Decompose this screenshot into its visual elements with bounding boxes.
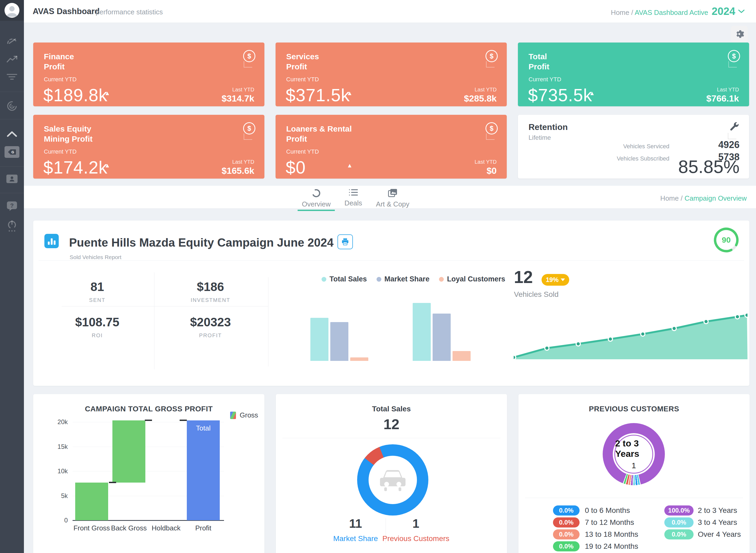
badge-label: Over 4 Years: [698, 530, 741, 539]
sidebar-item-filter[interactable]: [0, 73, 24, 81]
overview-icon: [312, 188, 321, 199]
market-share-stat: 11 Market Share: [333, 516, 378, 543]
sidebar-item-dashboard[interactable]: [0, 35, 24, 46]
sidebar-item-logout[interactable]: [0, 220, 24, 232]
filter-icon: [7, 73, 17, 81]
sidebar-item-campaigns[interactable]: [0, 128, 24, 138]
kpi-period: Current YTD: [286, 76, 319, 83]
print-button[interactable]: [337, 234, 353, 249]
stat-roi: $108.75ROI: [75, 315, 119, 338]
trend-icon: [6, 55, 18, 64]
help-icon: ?: [6, 201, 17, 212]
kpi-value: $735.5k: [528, 85, 592, 105]
kpi-card: ServicesProfit Current YTD $371.5k ▲ Las…: [275, 43, 507, 106]
stat-value: $20323: [190, 315, 231, 329]
kpi-period: Current YTD: [44, 76, 77, 83]
badge-percent: 0.0%: [664, 529, 693, 540]
vehicles-sold-value: 12: [514, 267, 533, 287]
trend-up-icon: ▲: [347, 162, 353, 169]
trend-up-icon: ▲: [347, 90, 353, 97]
bar-chart-icon: [45, 234, 59, 248]
legend-dot-icon: [439, 277, 444, 282]
corner-bracket: [486, 61, 495, 68]
id-card-icon: [6, 174, 18, 184]
kpi-value: $189.8k: [43, 85, 108, 105]
breadcrumb: Home / AVAS Dashboard Active: [611, 8, 708, 17]
divider: [268, 277, 268, 367]
area-chart: [514, 314, 748, 362]
divider: [282, 438, 500, 438]
kpi-last-ytd: Last YTD$285.8k: [464, 87, 497, 104]
retention-row-label: Vehicles Subscribed: [617, 155, 669, 162]
badge-label: 2 to 3 Years: [698, 506, 737, 515]
y-axis-label: 5k: [44, 492, 68, 499]
badge-row: 100.0%2 to 3 Years: [664, 505, 756, 516]
total-sales-donut: [357, 444, 428, 516]
x-axis-label: Profit: [195, 524, 212, 532]
dollar-circle-icon: $: [486, 122, 498, 135]
bar-market-share: [330, 322, 348, 361]
avatar[interactable]: [4, 3, 19, 18]
badge-percent: 100.0%: [664, 505, 693, 516]
settings-button[interactable]: [731, 26, 748, 42]
badge-label: 13 to 18 Months: [585, 530, 638, 539]
vehicles-sold-change-badge[interactable]: 19%: [541, 274, 569, 286]
sidebar-item-performance[interactable]: [0, 55, 24, 64]
retention-title: Retention: [528, 122, 568, 132]
tab-art-copy[interactable]: Art & Copy: [372, 186, 414, 211]
art-copy-icon: [388, 188, 398, 199]
waterfall-bar-profit: [187, 420, 220, 520]
legend-item: Market Share: [376, 275, 430, 283]
legend-dot-icon: [322, 277, 326, 282]
chart-legend: Gross: [230, 411, 258, 419]
dollar-circle-icon: $: [486, 50, 498, 62]
kpi-last-ytd: Last YTD$314.7k: [222, 87, 254, 104]
corner-bracket: [244, 134, 252, 140]
badge-row: 0.0%3 to 4 Years: [664, 518, 756, 528]
chart-legend: Total SalesMarket ShareLoyal Customers: [322, 275, 505, 283]
x-axis-label: Holdback: [152, 524, 180, 532]
y-axis-label: 10k: [44, 467, 68, 475]
badge-percent: 0.0%: [553, 541, 580, 551]
sidebar-item-targets[interactable]: [0, 100, 24, 111]
stat-label: ROI: [75, 332, 119, 338]
power-icon: [6, 220, 17, 232]
y-axis-label: 15k: [44, 443, 68, 451]
score-ring: 90: [712, 226, 740, 254]
badge-label: 7 to 12 Months: [585, 518, 634, 527]
sidebar-item-google-tag[interactable]: G: [0, 146, 24, 158]
legend-dot-icon: [376, 277, 381, 282]
badge-percent: 0.0%: [553, 529, 580, 540]
stat-profit: $20323PROFIT: [190, 315, 231, 338]
year-dropdown[interactable]: 2024: [711, 5, 745, 17]
breadcrumb-current[interactable]: Campaign Overview: [684, 194, 747, 202]
kpi-title: Loaners & RentalProfit: [286, 124, 352, 144]
sidebar-item-contacts[interactable]: [0, 174, 24, 184]
breadcrumb-current[interactable]: AVAS Dashboard Active: [635, 8, 708, 16]
y-axis-label: 0: [44, 517, 68, 524]
badge-label: 19 to 24 Months: [585, 542, 638, 551]
tab-deals[interactable]: Deals: [340, 186, 366, 211]
y-axis-label: 20k: [44, 418, 68, 426]
breadcrumb-home[interactable]: Home: [611, 8, 629, 16]
tab-band: OverviewDealsArt & Copy Home / Campaign …: [24, 186, 756, 209]
vehicles-sold-label: Vehicles Sold: [514, 290, 559, 299]
waterfall-bar-back-gross: [112, 420, 145, 483]
kpi-last-ytd: Last YTD$165.6k: [222, 159, 254, 176]
chevron-up-icon: [6, 128, 18, 138]
kpi-card: FinanceProfit Current YTD $189.8k ▲ Last…: [33, 43, 264, 106]
stat-investment: $186INVESTMENT: [191, 280, 230, 303]
breadcrumb-home[interactable]: Home: [660, 194, 679, 202]
card-title: Total Sales: [276, 405, 507, 413]
kpi-value: $0: [286, 157, 306, 177]
sidebar-item-help[interactable]: ?: [0, 201, 24, 212]
retention-percent: 85.85%: [678, 156, 740, 177]
retention-row-label: Vehicles Serviced: [623, 143, 669, 150]
app-title: AVAS Dashboard: [33, 7, 100, 16]
deals-icon: [349, 188, 358, 198]
tab-overview[interactable]: Overview: [298, 186, 335, 211]
stat-label: PROFIT: [190, 332, 231, 338]
retention-subtitle: Lifetime: [528, 134, 551, 141]
sidebar: G ?: [0, 0, 24, 553]
retention-row-value: 4926: [718, 139, 740, 150]
